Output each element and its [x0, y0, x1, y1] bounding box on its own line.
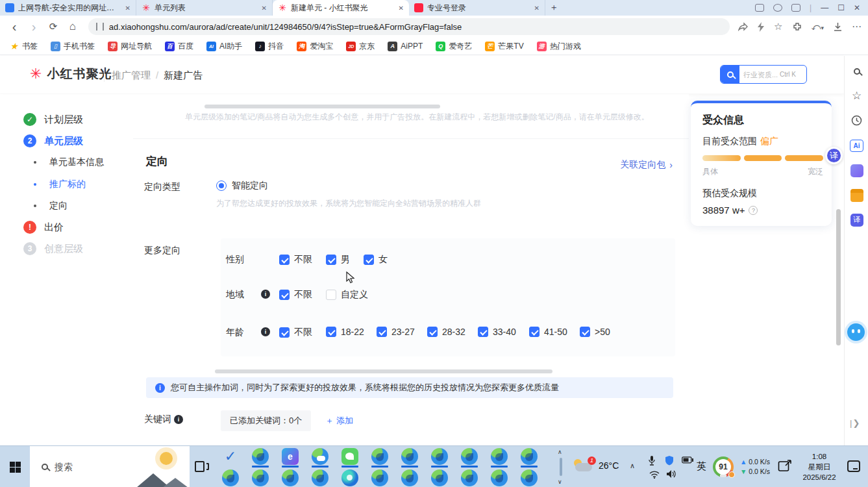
checkbox-icon[interactable]: [478, 327, 488, 337]
weather-tray-icon[interactable]: 1: [574, 456, 596, 476]
checkbox-icon[interactable]: [279, 327, 290, 338]
bookmark-item[interactable]: JD京东: [346, 41, 375, 52]
taskbar-app-icon[interactable]: [312, 469, 329, 486]
taskbar-app-icon[interactable]: [371, 469, 388, 486]
search-highlight-art[interactable]: [142, 446, 190, 487]
bookmark-item[interactable]: ♪抖音: [255, 41, 284, 52]
question-circle-icon[interactable]: ?: [749, 206, 758, 215]
hidden-icons-chevron[interactable]: ∧: [630, 462, 635, 470]
breadcrumb-parent[interactable]: 推广管理: [112, 69, 151, 82]
checkbox-icon[interactable]: [364, 255, 374, 265]
gender-male-checkbox[interactable]: 男: [326, 254, 350, 266]
task-view-button[interactable]: [193, 459, 209, 475]
tab-nav-site[interactable]: 上网导航-安全实用的网址导航 ✕: [0, 0, 136, 16]
temperature-label[interactable]: 26°C: [599, 460, 619, 471]
taskbar-app-icon[interactable]: [401, 469, 418, 486]
favorite-star-icon[interactable]: ☆: [774, 21, 782, 32]
bookmark-item[interactable]: AAiPPT: [388, 42, 423, 51]
checkbox-icon[interactable]: [279, 255, 290, 265]
taskbar-app-icon[interactable]: [401, 448, 418, 468]
start-button[interactable]: [0, 446, 30, 487]
age-23-27-checkbox[interactable]: 23-27: [377, 327, 415, 337]
menu-more-icon[interactable]: ⋯: [852, 21, 862, 32]
taskbar-app-icon[interactable]: ✓: [222, 448, 239, 468]
new-tab-button[interactable]: ＋: [545, 0, 562, 16]
maximize-button[interactable]: ☐: [837, 3, 845, 12]
taskbar-app-icon[interactable]: [521, 469, 538, 486]
link-targeting-package[interactable]: 关联定向包 ›: [620, 159, 673, 171]
profile-icon[interactable]: [773, 4, 782, 12]
age-unlimited-checkbox[interactable]: 不限: [279, 327, 312, 338]
taskbar-app-icon[interactable]: [252, 469, 269, 486]
bookmark-item[interactable]: ★书签: [9, 41, 38, 52]
step-unit-level[interactable]: 2 单元层级: [0, 133, 83, 149]
shield-icon[interactable]: [665, 455, 674, 466]
horizontal-scrollbar[interactable]: [205, 105, 440, 108]
translate-float-badge[interactable]: 译: [825, 147, 843, 164]
search-button[interactable]: [721, 65, 739, 84]
checkbox-icon[interactable]: [326, 290, 336, 300]
taskbar-clock[interactable]: 1:08 星期日 2025/6/22: [797, 451, 841, 482]
checkbox-icon[interactable]: [427, 327, 438, 337]
tab-close-icon[interactable]: ✕: [125, 5, 130, 12]
tab-close-icon[interactable]: ✕: [399, 5, 404, 12]
checkbox-icon[interactable]: [279, 290, 290, 300]
scroll-down-icon[interactable]: ∨: [558, 479, 562, 485]
info-icon[interactable]: i: [174, 415, 183, 424]
sidebar-favorites-icon[interactable]: ☆: [850, 89, 863, 103]
browser-tool-icon[interactable]: [755, 4, 764, 12]
tab-new-unit-active[interactable]: ✳ 新建单元 - 小红书聚光 ✕: [273, 0, 409, 16]
taskbar-app-icon[interactable]: [431, 469, 448, 486]
age-41-50-checkbox[interactable]: 41-50: [529, 327, 567, 337]
horizontal-scrollbar[interactable]: [215, 369, 552, 373]
history-rollback-icon[interactable]: ⤺▾: [812, 21, 825, 32]
tab-close-icon[interactable]: ✕: [534, 5, 539, 12]
wifi-icon[interactable]: [649, 471, 660, 479]
bookmark-item[interactable]: Q爱奇艺: [436, 41, 472, 52]
battery-icon[interactable]: [682, 456, 693, 464]
assistant-robot-icon[interactable]: [847, 323, 865, 341]
app-box-icon[interactable]: [791, 4, 800, 12]
bookmark-item[interactable]: 芒芒果TV: [485, 41, 523, 52]
bookmark-item[interactable]: 淘爱淘宝: [297, 41, 333, 52]
home-button[interactable]: ⌂: [65, 19, 81, 34]
taskbar-app-icon[interactable]: [371, 448, 388, 468]
notification-center-icon[interactable]: [847, 460, 860, 472]
checkbox-icon[interactable]: [529, 327, 539, 337]
checkbox-icon[interactable]: [377, 327, 387, 337]
taskbar-app-icon[interactable]: [312, 448, 329, 468]
speaker-icon[interactable]: [666, 469, 676, 479]
search-input[interactable]: [739, 71, 780, 79]
microphone-icon[interactable]: [648, 455, 656, 466]
taskbar-app-icon[interactable]: [341, 469, 358, 486]
taskbar-app-icon[interactable]: e: [282, 448, 299, 468]
region-custom-checkbox[interactable]: 自定义: [326, 289, 368, 301]
bookmark-item[interactable]: AIAI助手: [206, 41, 242, 52]
taskbar-app-icon[interactable]: [521, 448, 538, 468]
step-creative-level[interactable]: 3 创意层级: [0, 241, 83, 256]
taskbar-app-icon[interactable]: [461, 448, 478, 468]
bookmark-item[interactable]: ▯手机书签: [51, 41, 95, 52]
brand-logo[interactable]: ✳ 小红书聚光: [30, 66, 112, 82]
info-icon[interactable]: i: [261, 327, 270, 336]
taskbar-app-icon[interactable]: [252, 448, 269, 468]
taskbar-search-input[interactable]: [55, 462, 119, 472]
step-promotion-target[interactable]: 推广标的: [0, 177, 86, 192]
scroll-thumb[interactable]: [560, 458, 562, 476]
step-plan-level[interactable]: ✓ 计划层级: [0, 112, 83, 127]
age-33-40-checkbox[interactable]: 33-40: [478, 327, 516, 337]
download-icon[interactable]: [833, 22, 843, 32]
step-unit-basic-info[interactable]: 单元基本信息: [0, 155, 104, 170]
screenshot-tray-icon[interactable]: [778, 459, 792, 473]
sidebar-games-icon[interactable]: [850, 164, 863, 177]
forward-button[interactable]: ›: [26, 19, 42, 34]
taskbar-app-icon[interactable]: [222, 469, 239, 486]
bookmark-item[interactable]: 游热门游戏: [537, 41, 581, 52]
info-icon[interactable]: i: [261, 290, 270, 299]
gender-unlimited-checkbox[interactable]: 不限: [279, 254, 312, 266]
age-28-32-checkbox[interactable]: 28-32: [427, 327, 465, 337]
lightning-icon[interactable]: [757, 22, 765, 32]
taskbar-app-icon[interactable]: [491, 469, 508, 486]
checkbox-icon[interactable]: [326, 327, 336, 337]
tab-close-icon[interactable]: ✕: [262, 5, 267, 12]
